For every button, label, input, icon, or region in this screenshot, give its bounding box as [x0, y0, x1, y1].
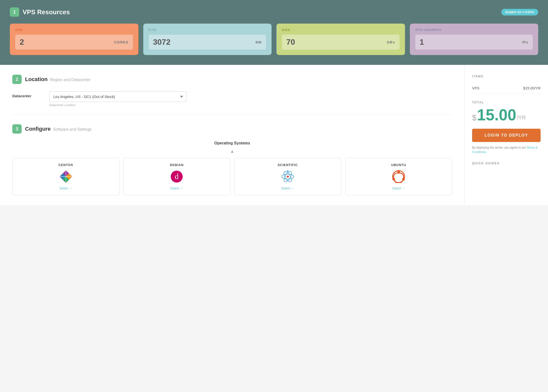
page-title: VPS Resources: [23, 8, 70, 16]
total-label: TOTAL: [472, 101, 541, 104]
ipv4-value-row: 1 IPs: [415, 35, 533, 50]
terms-text: By deploying the server, you agree to ou…: [472, 145, 541, 154]
datacenter-row: Datacenter Los Angeles, US - DC1 (Out of…: [12, 91, 452, 107]
items-label: ITEMS: [472, 75, 541, 78]
section-title-vps-resources: 1 VPS Resources: [10, 7, 70, 17]
scientific-icon: [280, 169, 295, 184]
main-content: 2 Location Region and Datacenter Datacen…: [0, 65, 548, 205]
os-card-ubuntu[interactable]: UBUNTU Select →: [345, 158, 452, 195]
datacenter-hint: Datacenter Location: [49, 103, 187, 107]
right-panel: ITEMS VPS $15.00/YR TOTAL $ 15.00 /YR LO…: [464, 65, 548, 205]
location-header: 2 Location Region and Datacenter: [12, 75, 452, 84]
os-card-debian[interactable]: DEBIAN d Select →: [123, 158, 231, 195]
ipv4-unit: IPs: [522, 40, 528, 44]
location-section: 2 Location Region and Datacenter Datacen…: [12, 75, 452, 107]
disk-value: 70: [286, 38, 295, 47]
vps-item-name: VPS: [472, 86, 479, 90]
os-select-ubuntu[interactable]: Select →: [392, 186, 405, 190]
configure-header: 3 Configure Software and Settings: [12, 124, 452, 134]
ram-value-row: 3072 MB: [149, 35, 266, 50]
os-card-centos[interactable]: CENTOS Select →: [12, 158, 119, 195]
configure-subtitle: Software and Settings: [53, 127, 92, 131]
left-panel: 2 Location Region and Datacenter Datacen…: [0, 65, 464, 205]
cpu-unit: CORES: [114, 40, 128, 44]
step-badge-3: 3: [12, 124, 22, 134]
os-select-scientific[interactable]: Select →: [281, 186, 294, 190]
step-badge-2: 2: [12, 75, 22, 84]
deploy-button[interactable]: LOGIN TO DEPLOY: [472, 129, 541, 142]
os-select-centos[interactable]: Select →: [59, 186, 72, 190]
svg-point-12: [287, 176, 289, 178]
ubuntu-icon: [391, 169, 406, 184]
os-name-centos: CENTOS: [58, 163, 73, 167]
os-arrow-icon: ▲: [12, 149, 452, 154]
header-top: 1 VPS Resources BUNNY-22-Y-KSPO: [10, 7, 538, 17]
datacenter-select[interactable]: Los Angeles, US - DC1 (Out of Stock) New…: [49, 91, 187, 102]
configure-title: Configure Software and Settings: [25, 126, 92, 132]
step-badge-1: 1: [10, 7, 19, 17]
configure-section: 3 Configure Software and Settings Operat…: [12, 124, 452, 195]
ram-card: RAM 3072 MB: [143, 24, 272, 55]
location-title: Location Region and Datacenter: [25, 76, 90, 83]
header-section: 1 VPS Resources BUNNY-22-Y-KSPO CPU 2 CO…: [0, 0, 548, 65]
total-period: /YR: [517, 114, 526, 121]
os-section-label: Operating Systems: [12, 141, 452, 145]
os-name-debian: DEBIAN: [170, 163, 184, 167]
disk-label: DISK: [282, 28, 400, 32]
ram-unit: MB: [256, 40, 262, 44]
debian-icon: d: [169, 169, 184, 184]
os-name-scientific: SCIENTIFIC: [278, 163, 298, 167]
disk-unit: GBs: [387, 40, 395, 44]
server-id-badge: BUNNY-22-Y-KSPO: [501, 9, 538, 15]
location-subtitle: Region and Datacenter: [50, 78, 91, 82]
cpu-value-row: 2 CORES: [15, 35, 133, 50]
centos-icon: [58, 169, 73, 184]
total-price: $ 15.00 /YR: [472, 107, 541, 123]
svg-text:d: d: [175, 172, 179, 181]
ram-label: RAM: [149, 28, 266, 32]
disk-value-row: 70 GBs: [282, 35, 400, 50]
total-amount: 15.00: [477, 107, 516, 123]
datacenter-select-wrapper: Los Angeles, US - DC1 (Out of Stock) New…: [49, 91, 187, 107]
ipv4-label: IPV4 ADDRESS: [415, 28, 533, 32]
os-name-ubuntu: UBUNTU: [391, 163, 406, 167]
os-grid: CENTOS Select →: [12, 158, 452, 195]
ram-value: 3072: [153, 38, 171, 47]
section-divider-1: [12, 114, 452, 114]
resource-cards: CPU 2 CORES RAM 3072 MB DISK 70 GBs IPV4…: [10, 24, 538, 55]
os-card-scientific[interactable]: SCIENTIFIC Select →: [234, 158, 341, 195]
vps-item-row: VPS $15.00/YR: [472, 83, 541, 94]
os-select-debian[interactable]: Select →: [170, 186, 183, 190]
cpu-card: CPU 2 CORES: [10, 24, 138, 55]
ipv4-value: 1: [420, 38, 424, 47]
cpu-value: 2: [20, 38, 24, 47]
svg-point-13: [287, 170, 288, 172]
total-dollar-sign: $: [472, 113, 476, 122]
vps-item-price: $15.00/YR: [523, 86, 541, 90]
quick-guides-label: QUICK GUIDES: [472, 162, 541, 165]
disk-card: DISK 70 GBs: [276, 24, 405, 55]
cpu-label: CPU: [15, 28, 133, 32]
datacenter-label: Datacenter: [12, 94, 42, 98]
ipv4-card: IPV4 ADDRESS 1 IPs: [410, 24, 538, 55]
